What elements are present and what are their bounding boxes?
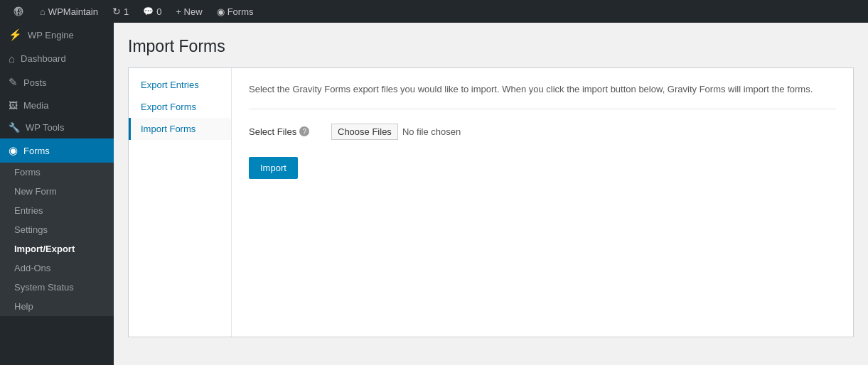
forms-adminbar-item[interactable]: ◉ Forms: [211, 0, 259, 23]
select-files-row: Select Files ? Choose Files No file chos…: [249, 124, 836, 140]
sidebar: ⚡ WP Engine ⌂ Dashboard ✎ Posts 🖼 Media …: [0, 23, 114, 365]
home-icon: ⌂: [40, 6, 45, 17]
updates-icon: ↻: [112, 6, 121, 17]
site-name-item[interactable]: ⌂ WPMaintain: [34, 0, 104, 23]
posts-icon: ✎: [9, 76, 18, 89]
content-box: Export Entries Export Forms Import Forms…: [128, 67, 854, 337]
site-name-label: WPMaintain: [48, 6, 98, 17]
forms-icon: ◉: [9, 144, 18, 157]
wp-tools-icon: 🔧: [9, 122, 20, 133]
sidebar-item-label: WP Engine: [28, 30, 74, 40]
media-icon: 🖼: [9, 100, 18, 111]
main-panel: Select the Gravity Forms export files yo…: [232, 68, 853, 337]
subnav-export-forms[interactable]: Export Forms: [129, 96, 231, 118]
updates-item[interactable]: ↻ 1: [107, 0, 134, 23]
sidebar-submenu-add-ons[interactable]: Add-Ons: [0, 258, 114, 278]
sidebar-item-dashboard[interactable]: ⌂ Dashboard: [0, 47, 114, 70]
sidebar-submenu-system-status[interactable]: System Status: [0, 278, 114, 297]
comments-item[interactable]: 💬 0: [137, 0, 167, 23]
sidebar-item-posts[interactable]: ✎ Posts: [0, 70, 114, 94]
sidebar-item-media[interactable]: 🖼 Media: [0, 94, 114, 116]
sidebar-submenu-forms[interactable]: Forms: [0, 163, 114, 182]
sidebar-item-label: Media: [23, 100, 48, 111]
subnav-export-entries[interactable]: Export Entries: [129, 74, 231, 96]
sidebar-item-label: Dashboard: [21, 53, 66, 64]
page-title: Import Forms: [128, 37, 854, 56]
sidebar-submenu-new-form[interactable]: New Form: [0, 182, 114, 201]
wp-logo-item[interactable]: [6, 0, 31, 23]
sidebar-item-forms[interactable]: ◉ Forms: [0, 138, 114, 163]
select-files-label: Select Files ?: [249, 126, 320, 137]
main-content: Import Forms Export Entries Export Forms…: [114, 23, 868, 365]
dashboard-icon: ⌂: [9, 53, 15, 65]
file-input-wrapper: Choose Files No file chosen: [331, 124, 461, 140]
admin-bar: ⌂ WPMaintain ↻ 1 💬 0 + New ◉ Forms: [0, 0, 868, 23]
sidebar-item-label: Posts: [23, 77, 47, 88]
sidebar-submenu-import-export[interactable]: Import/Export: [0, 239, 114, 258]
updates-count: 1: [124, 6, 129, 17]
sidebar-item-wp-engine[interactable]: ⚡ WP Engine: [0, 23, 114, 47]
no-file-chosen-text: No file chosen: [402, 126, 461, 137]
help-icon[interactable]: ?: [299, 126, 309, 136]
comments-icon: 💬: [143, 6, 154, 16]
forms-adminbar-label: Forms: [227, 6, 254, 17]
new-label: + New: [176, 6, 202, 17]
forms-submenu: Forms New Form Entries Settings Import/E…: [0, 163, 114, 316]
sidebar-item-label: WP Tools: [26, 122, 64, 133]
sidebar-submenu-help[interactable]: Help: [0, 297, 114, 316]
import-button[interactable]: Import: [249, 157, 298, 179]
sidebar-submenu-entries[interactable]: Entries: [0, 201, 114, 220]
description-text: Select the Gravity Forms export files yo…: [249, 82, 836, 109]
sub-nav: Export Entries Export Forms Import Forms: [129, 68, 232, 337]
wp-logo-icon: [11, 4, 26, 18]
wp-engine-icon: ⚡: [9, 28, 22, 41]
choose-files-button[interactable]: Choose Files: [331, 124, 398, 140]
subnav-import-forms[interactable]: Import Forms: [129, 118, 231, 140]
sidebar-submenu-settings[interactable]: Settings: [0, 220, 114, 239]
new-item[interactable]: + New: [170, 0, 208, 23]
comments-count: 0: [156, 6, 161, 17]
sidebar-item-wp-tools[interactable]: 🔧 WP Tools: [0, 116, 114, 138]
sidebar-item-label: Forms: [23, 146, 50, 156]
gravity-forms-icon: ◉: [217, 6, 225, 17]
